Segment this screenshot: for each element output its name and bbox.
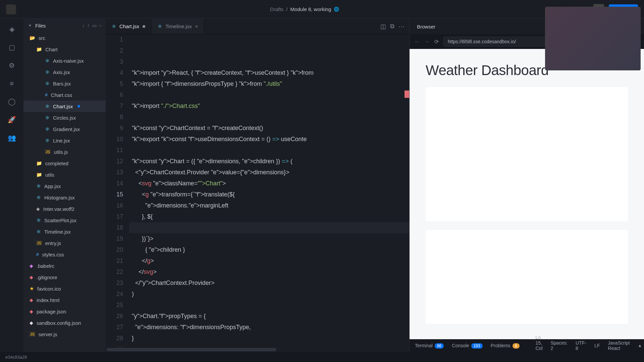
file-line-jsx[interactable]: ⚛Line.jsx	[23, 135, 106, 146]
tab-timeline-jsx[interactable]: ⚛ Timeline.jsx ×	[152, 19, 204, 34]
close-icon[interactable]: ×	[195, 24, 198, 29]
file-utils-js[interactable]: JSutils.js	[23, 146, 106, 158]
star-icon: ★	[30, 286, 34, 292]
cfg-icon: ◆	[30, 263, 33, 268]
split-vertical-icon[interactable]: ⧉	[390, 23, 394, 30]
console-tab[interactable]: Console193	[452, 343, 482, 348]
forward-icon[interactable]: →	[424, 39, 430, 45]
css-icon: #	[36, 252, 39, 257]
file-name: Timeline.jsx	[44, 229, 71, 235]
code-editor[interactable]: 1234567891011121314151617181920212223242…	[106, 34, 409, 347]
file-server-js[interactable]: JSserver.js	[23, 328, 106, 340]
horizontal-scrollbar[interactable]	[106, 347, 409, 352]
chevron-down-icon[interactable]: ▼	[28, 23, 32, 27]
fold-icon: 📁	[36, 161, 42, 166]
file-gradient-jsx[interactable]: ⚛Gradient.jsx	[23, 123, 106, 135]
cfg-icon: ◆	[30, 320, 33, 325]
upload-icon[interactable]: ↑	[87, 23, 90, 28]
file-chart-jsx[interactable]: ⚛Chart.jsx	[23, 101, 106, 112]
file--babelrc[interactable]: ◆.babelrc	[23, 260, 106, 272]
file-explorer: ▼ Files ↓ ↑ ▭ ▫ 📂src📁Chart⚛Axis-naive.js…	[23, 19, 106, 352]
breadcrumb-sep: /	[286, 6, 287, 12]
file-scatterplot-jsx[interactable]: ⚛ScatterPlot.jsx	[23, 215, 106, 226]
file-icon[interactable]: ▢	[7, 43, 16, 52]
tab-chart-jsx[interactable]: ⚛ Chart.jsx	[106, 19, 152, 34]
status-lncol[interactable]: Ln 15, Col 1	[536, 335, 543, 352]
file-bars-jsx[interactable]: ⚛Bars.jsx	[23, 78, 106, 89]
back-icon[interactable]: ←	[414, 39, 420, 45]
file-inter-var-woff2[interactable]: ◆Inter.var.woff2	[23, 203, 106, 215]
chevron-up-icon[interactable]: ▲	[638, 343, 642, 348]
react-icon: ⚛	[45, 115, 50, 121]
file-name: server.js	[39, 331, 57, 337]
file-name: Axis-naive.jsx	[53, 58, 84, 64]
file-entry-js[interactable]: JSentry.js	[23, 237, 106, 249]
file-name: App.jsx	[44, 183, 61, 189]
status-eol[interactable]: LF	[594, 343, 600, 348]
file-histogram-jsx[interactable]: ⚛Histogram.jsx	[23, 192, 106, 203]
file-name: src	[39, 35, 45, 41]
cube-icon[interactable]: ◈	[7, 25, 16, 34]
file-name: Gradient.jsx	[53, 126, 80, 132]
new-file-icon[interactable]: ▫	[99, 23, 101, 28]
gear-icon[interactable]: ⚙	[7, 61, 16, 70]
file--gitignore[interactable]: ◆.gitignore	[23, 272, 106, 283]
status-lang[interactable]: JavaScript React	[608, 340, 630, 351]
file-utils[interactable]: 📁utils	[23, 169, 106, 180]
cfg-icon: ◆	[30, 275, 33, 280]
js-icon: JS	[45, 149, 51, 154]
file-name: index.html	[37, 297, 59, 303]
fold-icon: 📁	[36, 172, 42, 177]
rocket-icon[interactable]: 🚀	[7, 115, 16, 124]
terminal-tab[interactable]: Terminal86	[415, 343, 444, 348]
file-chart[interactable]: 📁Chart	[23, 44, 106, 55]
file-axis-naive-jsx[interactable]: ⚛Axis-naive.jsx	[23, 55, 106, 66]
file-chart-css[interactable]: #Chart.css	[23, 89, 106, 101]
file-name: Chart.css	[51, 92, 72, 98]
live-icon[interactable]: 👥	[7, 133, 16, 142]
breadcrumb: Drafts / Module 8, working 🌐	[270, 6, 339, 12]
react-icon: ⚛	[45, 58, 50, 64]
download-icon[interactable]: ↓	[82, 23, 85, 28]
cfg-icon: ◆	[30, 309, 33, 314]
react-icon: ⚛	[36, 229, 41, 235]
file-name: .babelrc	[37, 263, 54, 269]
file-completed[interactable]: 📁completed	[23, 158, 106, 169]
github-icon[interactable]: ◯	[7, 97, 16, 106]
status-spaces[interactable]: Spaces: 2	[551, 340, 568, 351]
file-name: Circles.jsx	[53, 115, 76, 121]
chart-placeholder	[426, 230, 628, 324]
file-src[interactable]: 📂src	[23, 32, 106, 44]
app-logo[interactable]	[6, 4, 16, 14]
server-icon[interactable]: ≡	[7, 79, 16, 88]
new-folder-icon[interactable]: ▭	[92, 23, 97, 28]
split-horizontal-icon[interactable]: ◫	[380, 23, 386, 30]
preview-viewport[interactable]: Weather Dashboard	[410, 49, 644, 339]
breadcrumb-title[interactable]: Module 8, working	[290, 6, 331, 12]
file-name: entry.js	[45, 240, 61, 246]
file-name: utils	[45, 172, 54, 178]
file-favicon-ico[interactable]: ★favicon.ico	[23, 283, 106, 294]
more-icon[interactable]: ⋯	[398, 23, 405, 30]
file-sandbox-config-json[interactable]: ◆sandbox.config.json	[23, 317, 106, 328]
modified-dot-icon	[77, 105, 80, 108]
file-axis-jsx[interactable]: ⚛Axis.jsx	[23, 66, 106, 78]
file-app-jsx[interactable]: ⚛App.jsx	[23, 180, 106, 192]
file-index-html[interactable]: ◆index.html	[23, 294, 106, 306]
file-styles-css[interactable]: #styles.css	[23, 249, 106, 260]
editor-area: ⚛ Chart.jsx ⚛ Timeline.jsx × ◫ ⧉ ⋯ 12345…	[106, 19, 409, 352]
js-icon: JS	[36, 241, 42, 245]
file-package-json[interactable]: ◆package.json	[23, 306, 106, 317]
breadcrumb-drafts[interactable]: Drafts	[270, 6, 283, 12]
problems-tab[interactable]: Problems4	[491, 343, 520, 348]
file-name: Axis.jsx	[53, 69, 70, 75]
file-circles-jsx[interactable]: ⚛Circles.jsx	[23, 112, 106, 123]
file-timeline-jsx[interactable]: ⚛Timeline.jsx	[23, 226, 106, 237]
cfg-icon: ◆	[30, 297, 33, 303]
file-name: utils.js	[54, 149, 68, 155]
browser-tab[interactable]: Browser	[410, 19, 443, 34]
status-encoding[interactable]: UTF-8	[576, 340, 586, 351]
activity-bar: ◈ ▢ ⚙ ≡ ◯ 🚀 👥	[0, 19, 23, 352]
refresh-icon[interactable]: ⟳	[434, 39, 439, 45]
file-name: ScatterPlot.jsx	[44, 218, 76, 223]
